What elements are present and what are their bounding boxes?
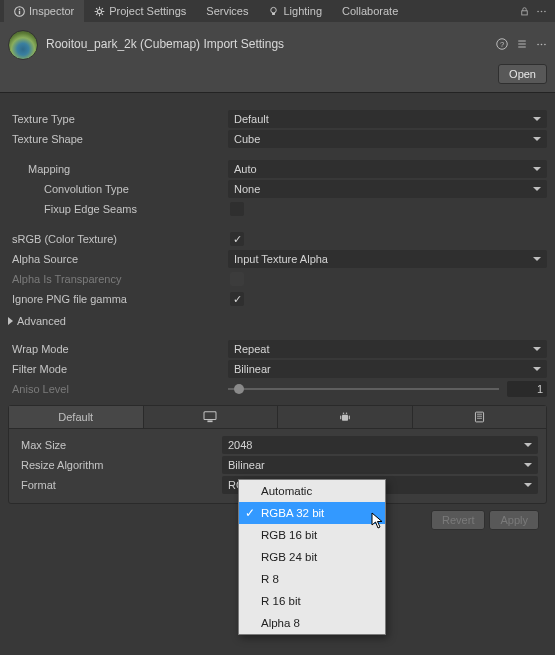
dropdown-value: Repeat	[234, 343, 269, 355]
asset-thumbnail	[8, 30, 38, 60]
editor-tabbar: Inspector Project Settings Services Ligh…	[0, 0, 555, 22]
tab-label: Collaborate	[342, 5, 398, 17]
tab-services[interactable]: Services	[196, 0, 258, 22]
svg-rect-23	[477, 414, 482, 415]
menu-item[interactable]: Automatic	[239, 480, 385, 502]
checkbox-fixup[interactable]	[230, 202, 244, 216]
tab-label: Project Settings	[109, 5, 186, 17]
dropdown-texture-type[interactable]: Default	[228, 110, 547, 128]
label-alpha-transparency: Alpha Is Transparency	[8, 273, 228, 285]
label-max-size: Max Size	[17, 439, 222, 451]
foldout-advanced[interactable]: Advanced	[8, 313, 547, 329]
label-aniso: Aniso Level	[8, 383, 228, 395]
slider-track	[228, 388, 499, 390]
label-filter-mode: Filter Mode	[8, 363, 228, 375]
open-button[interactable]: Open	[498, 64, 547, 84]
tab-label: Inspector	[29, 5, 74, 17]
label-texture-type: Texture Type	[8, 113, 228, 125]
svg-point-7	[537, 10, 539, 12]
dropdown-mapping[interactable]: Auto	[228, 160, 547, 178]
label-wrap-mode: Wrap Mode	[8, 343, 228, 355]
dropdown-value: Default	[234, 113, 269, 125]
label-alpha-source: Alpha Source	[8, 253, 228, 265]
ptab-standalone[interactable]	[144, 406, 279, 428]
label-fixup: Fixup Edge Seams	[8, 203, 228, 215]
menu-item[interactable]: Alpha 8	[239, 612, 385, 634]
slider-thumb[interactable]	[234, 384, 244, 394]
dropdown-value: None	[234, 183, 260, 195]
asset-title: Rooitou_park_2k (Cubemap) Import Setting…	[46, 37, 488, 51]
svg-rect-16	[208, 420, 213, 422]
dropdown-value: Cube	[234, 133, 260, 145]
menu-item-label: RGB 16 bit	[261, 529, 317, 541]
svg-point-3	[98, 9, 102, 13]
ptab-default[interactable]: Default	[9, 406, 144, 428]
tab-label: Lighting	[283, 5, 322, 17]
tab-lighting[interactable]: Lighting	[258, 0, 332, 22]
label-mapping: Mapping	[8, 163, 228, 175]
tab-inspector[interactable]: Inspector	[4, 0, 84, 22]
webgl-icon	[473, 411, 486, 423]
svg-rect-6	[522, 10, 528, 14]
dropdown-value: Bilinear	[228, 459, 265, 471]
checkbox-ignore-png[interactable]	[230, 292, 244, 306]
svg-rect-21	[349, 416, 350, 420]
aniso-value[interactable]: 1	[507, 381, 547, 397]
standalone-icon	[203, 411, 217, 423]
menu-item-label: RGB 24 bit	[261, 551, 317, 563]
slider-aniso[interactable]	[228, 382, 499, 396]
svg-rect-17	[342, 415, 348, 421]
help-icon[interactable]: ?	[496, 38, 508, 50]
dropdown-resize[interactable]: Bilinear	[222, 456, 538, 474]
dropdown-alpha-source[interactable]: Input Texture Alpha	[228, 250, 547, 268]
label-texture-shape: Texture Shape	[8, 133, 228, 145]
svg-rect-24	[477, 416, 482, 417]
foldout-label: Advanced	[17, 315, 66, 327]
info-icon	[14, 6, 25, 17]
dropdown-texture-shape[interactable]: Cube	[228, 130, 547, 148]
menu-item-label: RGBA 32 bit	[261, 507, 324, 519]
preset-icon[interactable]	[516, 38, 528, 50]
svg-rect-22	[475, 412, 483, 422]
svg-point-19	[346, 413, 348, 415]
tab-project-settings[interactable]: Project Settings	[84, 0, 196, 22]
label-resize: Resize Algorithm	[17, 459, 222, 471]
dropdown-max-size[interactable]: 2048	[222, 436, 538, 454]
menu-item[interactable]: RGB 24 bit	[239, 546, 385, 568]
svg-rect-15	[204, 412, 216, 420]
label-format: Format	[17, 479, 222, 491]
apply-button[interactable]: Apply	[489, 510, 539, 530]
svg-point-12	[537, 43, 539, 45]
menu-item-label: Alpha 8	[261, 617, 300, 629]
lock-icon[interactable]	[519, 6, 530, 17]
context-menu-icon[interactable]	[536, 39, 547, 50]
lightbulb-icon	[268, 6, 279, 17]
revert-button[interactable]: Revert	[431, 510, 485, 530]
dropdown-value: Input Texture Alpha	[234, 253, 328, 265]
svg-point-4	[271, 7, 277, 13]
dropdown-convolution[interactable]: None	[228, 180, 547, 198]
ptab-webgl[interactable]	[413, 406, 547, 428]
menu-item[interactable]: ✓RGBA 32 bit	[239, 502, 385, 524]
svg-rect-20	[340, 416, 341, 420]
svg-point-18	[343, 413, 345, 415]
menu-item[interactable]: R 8	[239, 568, 385, 590]
check-icon: ✓	[245, 506, 255, 520]
android-icon	[339, 411, 351, 423]
tab-label: Services	[206, 5, 248, 17]
checkbox-srgb[interactable]	[230, 232, 244, 246]
context-menu-icon[interactable]	[536, 6, 547, 17]
label-convolution: Convolution Type	[8, 183, 228, 195]
chevron-right-icon	[8, 317, 13, 325]
ptab-label: Default	[58, 411, 93, 423]
dropdown-wrap-mode[interactable]: Repeat	[228, 340, 547, 358]
dropdown-filter-mode[interactable]: Bilinear	[228, 360, 547, 378]
ptab-android[interactable]	[278, 406, 413, 428]
tab-collaborate[interactable]: Collaborate	[332, 0, 408, 22]
svg-point-8	[541, 10, 543, 12]
label-srgb: sRGB (Color Texture)	[8, 233, 228, 245]
menu-item[interactable]: RGB 16 bit	[239, 524, 385, 546]
menu-item-label: Automatic	[261, 485, 312, 497]
menu-item[interactable]: R 16 bit	[239, 590, 385, 612]
svg-rect-5	[273, 12, 276, 14]
